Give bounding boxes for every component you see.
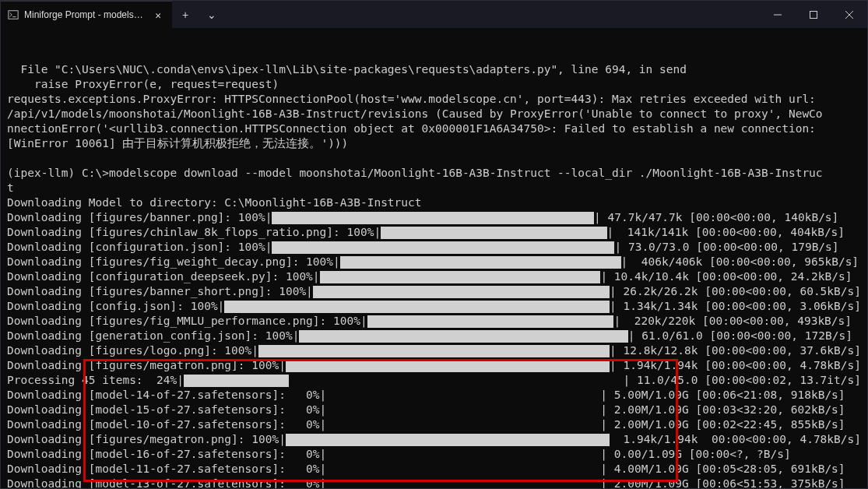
progress-row: Downloading [model-11-of-27.safetensors]… [7, 462, 861, 477]
output-line: [WinError 10061] 由于目标计算机积极拒绝，无法连接。'))) [7, 136, 861, 151]
progress-fill [299, 330, 627, 343]
progress-row: Downloading [model-16-of-27.safetensors]… [7, 447, 861, 462]
titlebar-drag-area[interactable] [225, 1, 760, 28]
output-line: raise ProxyError(e, request=request) [7, 77, 861, 92]
progress-stats: | 1.94k/1.94k [00:00<00:00, 4.78kB/s] [610, 358, 861, 373]
progress-stats: | 61.0/61.0 [00:00<00:00, 172B/s] [628, 329, 852, 343]
progress-fill [224, 301, 610, 313]
output-line [7, 151, 861, 166]
tab-close-button[interactable]: ✕ [152, 8, 164, 23]
progress-fill [286, 360, 610, 372]
progress-stats: | 5.00M/1.09G [00:06<21:08, 918kB/s] [600, 388, 845, 403]
close-window-button[interactable] [831, 1, 867, 28]
progress-label: Downloading [figures/banner.png]: 100%| [7, 210, 272, 225]
progress-stats: 1.94k/1.94k 00:00<00:00, 4.78kB/s] [610, 432, 861, 447]
titlebar: Miniforge Prompt - modelscop ✕ + ⌄ [1, 1, 867, 28]
progress-fill [272, 212, 594, 224]
minimize-button[interactable] [760, 1, 796, 28]
progress-empty [326, 404, 600, 417]
progress-empty [326, 389, 600, 402]
svg-rect-0 [9, 11, 18, 19]
progress-row: Downloading [figures/banner_short.png]: … [7, 284, 861, 299]
maximize-button[interactable] [796, 1, 831, 28]
progress-stats: | 10.4k/10.4k [00:00<00:00, 24.2kB/s] [600, 269, 852, 284]
progress-stats: | 4.00M/1.09G [00:05<28:05, 691kB/s] [600, 462, 845, 477]
progress-label: Processing 45 items: 24%| [7, 373, 184, 388]
progress-fill [381, 227, 606, 239]
tab-title: Miniforge Prompt - modelscop [24, 9, 147, 20]
progress-row: Downloading [figures/chinlaw_8k_flops_ra… [7, 225, 861, 240]
progress-label: Downloading [model-13-of-27.safetensors]… [7, 477, 326, 489]
output-line: t [7, 181, 861, 195]
new-tab-button[interactable]: + [172, 1, 199, 28]
progress-label: Downloading [figures/megatron.png]: 100%… [7, 358, 286, 373]
progress-row: Downloading [figures/megatron.png]: 100%… [7, 358, 861, 373]
progress-fill [184, 375, 289, 387]
progress-stats: | 406k/406k [00:00<00:00, 965kB/s] [621, 255, 859, 269]
output-line: /api/v1/models/moonshotai/Moonlight-16B-… [7, 107, 861, 121]
progress-row: Downloading [figures/banner.png]: 100%||… [7, 210, 861, 225]
progress-label: Downloading [configuration.json]: 100%| [7, 240, 272, 255]
progress-stats: | 1.34k/1.34k [00:00<00:00, 3.06kB/s] [610, 299, 861, 314]
output-line: (ipex-llm) C:\>modelscope download --mod… [7, 166, 861, 181]
progress-row: Processing 45 items: 24%|| 11.0/45.0 [00… [7, 373, 861, 388]
progress-label: Downloading [model-16-of-27.safetensors]… [7, 447, 326, 462]
progress-label: Downloading [config.json]: 100%| [7, 299, 224, 314]
progress-label: Downloading [model-10-of-27.safetensors]… [7, 417, 326, 432]
progress-row: Downloading [config.json]: 100%|| 1.34k/… [7, 299, 861, 314]
tab-dropdown-button[interactable]: ⌄ [199, 1, 225, 28]
progress-stats: | 11.0/45.0 [00:00<00:02, 13.7it/s] [623, 373, 861, 388]
progress-label: Downloading [configuration_deepseek.py]:… [7, 269, 320, 284]
progress-row: Downloading [figures/fig_weight_decay.pn… [7, 255, 861, 269]
progress-row: Downloading [figures/megatron.png]: 100%… [7, 432, 861, 447]
progress-row: Downloading [figures/fig_MMLU_performanc… [7, 314, 861, 329]
progress-label: Downloading [model-14-of-27.safetensors]… [7, 388, 326, 403]
output-line: Downloading Model to directory: C:\Moonl… [7, 195, 861, 210]
progress-empty [326, 463, 600, 476]
progress-label: Downloading [figures/megatron.png]: 100%… [7, 432, 286, 447]
progress-row: Downloading [model-15-of-27.safetensors]… [7, 403, 861, 417]
progress-stats: | 2.00M/1.09G [00:03<32:20, 602kB/s] [600, 403, 845, 417]
progress-label: Downloading [figures/logo.png]: 100%| [7, 343, 258, 358]
progress-fill [258, 345, 610, 357]
output-line: requests.exceptions.ProxyError: HTTPSCon… [7, 92, 861, 107]
progress-stats: | 2.00M/1.09G [00:06<51:53, 375kB/s] [600, 477, 845, 489]
progress-label: Downloading [model-11-of-27.safetensors]… [7, 462, 326, 477]
progress-row: Downloading [figures/logo.png]: 100%|| 1… [7, 343, 861, 358]
progress-fill [313, 286, 610, 298]
progress-stats: | 26.2k/26.2k [00:00<00:00, 60.5kB/s] [610, 284, 861, 299]
progress-row: Downloading [configuration_deepseek.py]:… [7, 269, 861, 284]
progress-empty [326, 419, 600, 431]
progress-row: Downloading [configuration.json]: 100%||… [7, 240, 861, 255]
progress-label: Downloading [generation_config.json]: 10… [7, 329, 299, 343]
progress-label: Downloading [figures/fig_MMLU_performanc… [7, 314, 367, 329]
progress-fill [320, 271, 601, 283]
progress-fill [367, 315, 614, 328]
progress-stats: | 12.8k/12.8k [00:00<00:00, 37.6kB/s] [610, 343, 861, 358]
output-line: File "C:\Users\NUC\.conda\envs\ipex-llm\… [7, 62, 861, 77]
progress-empty [326, 478, 600, 490]
progress-empty [326, 449, 600, 461]
progress-stats: | 220k/220k [00:00<00:00, 493kB/s] [613, 314, 852, 329]
progress-row: Downloading [model-14-of-27.safetensors]… [7, 388, 861, 403]
output-line: nnectionError('<urllib3.connection.HTTPS… [7, 121, 861, 136]
progress-fill [272, 241, 614, 254]
progress-fill [340, 256, 621, 269]
progress-empty [289, 375, 623, 387]
tab-active[interactable]: Miniforge Prompt - modelscop ✕ [1, 1, 172, 28]
svg-rect-2 [810, 11, 817, 18]
progress-stats: | 2.00M/1.09G [00:02<22:45, 855kB/s] [600, 417, 845, 432]
progress-fill [286, 434, 610, 446]
progress-stats: | 47.7k/47.7k [00:00<00:00, 140kB/s] [594, 210, 838, 225]
progress-stats: | 73.0/73.0 [00:00<00:00, 179B/s] [614, 240, 838, 255]
progress-label: Downloading [figures/banner_short.png]: … [7, 284, 313, 299]
progress-row: Downloading [model-13-of-27.safetensors]… [7, 477, 861, 489]
progress-stats: | 141k/141k [00:00<00:00, 404kB/s] [607, 225, 845, 240]
terminal-icon [7, 9, 19, 21]
progress-label: Downloading [model-15-of-27.safetensors]… [7, 403, 326, 417]
progress-label: Downloading [figures/chinlaw_8k_flops_ra… [7, 225, 381, 240]
progress-row: Downloading [model-10-of-27.safetensors]… [7, 417, 861, 432]
progress-stats: | 0.00/1.09G [00:00<?, ?B/s] [600, 447, 790, 462]
terminal-output[interactable]: File "C:\Users\NUC\.conda\envs\ipex-llm\… [1, 28, 867, 489]
progress-label: Downloading [figures/fig_weight_decay.pn… [7, 255, 340, 269]
